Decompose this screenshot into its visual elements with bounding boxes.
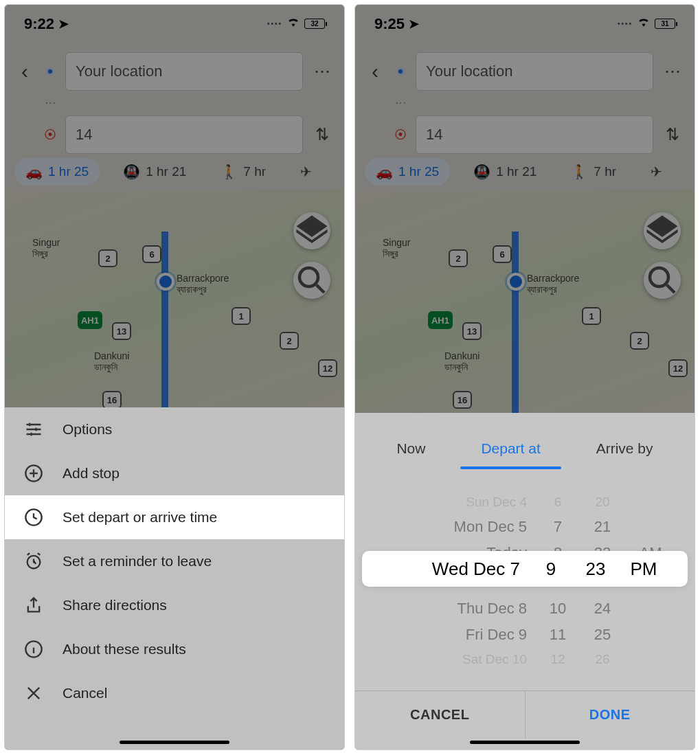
alarm-icon [24,552,43,571]
travel-modes: 🚗 1 hr 25 🚇 1 hr 21 🚶 7 hr ✈ [5,153,344,190]
svg-point-0 [300,268,318,286]
phone-left: 9:22 ➤ •••• 32 ‹ Your location ⋯ ⋮ ⦿ 14 … [4,4,345,750]
share-icon [24,596,43,615]
clock: 9:22 [24,15,54,33]
road-shield: 13 [112,322,131,340]
mode-drive[interactable]: 🚗 1 hr 25 [365,158,450,185]
more-button[interactable]: ⋯ [660,62,685,81]
transit-icon: 🚇 [473,164,490,180]
mode-walk[interactable]: 🚶 7 hr [560,158,627,185]
clock: 9:25 [374,15,405,33]
svg-line-1 [317,285,324,293]
time-tabs: Now Depart at Arrive by [355,427,695,464]
city-label: Barrackpore ব্যারাকপুর [527,273,579,295]
road-shield: 2 [98,249,117,267]
mode-walk[interactable]: 🚶 7 hr [210,158,277,185]
road-shield: 2 [630,332,649,350]
back-button[interactable]: ‹ [365,60,385,83]
wifi-icon [286,15,300,33]
menu-add-stop[interactable]: Add stop [5,451,344,495]
origin-dot-icon [396,67,405,76]
destination-pin-icon: ⦿ [394,128,407,142]
layers-button[interactable] [644,212,681,249]
mode-flight[interactable]: ✈ [640,158,673,185]
svg-line-7 [667,285,675,293]
road-shield: 2 [449,249,468,267]
home-indicator[interactable] [470,741,580,744]
wifi-icon [637,15,651,33]
layers-button[interactable] [293,212,330,249]
city-label: Singur সিঙ্গুর [32,237,60,260]
tab-now[interactable]: Now [383,433,439,464]
svg-point-6 [650,268,668,286]
cell-signal-icon: •••• [267,20,282,27]
road-shield: 1 [582,307,601,325]
plane-icon: ✈ [651,164,662,180]
road-shield: 16 [102,391,122,409]
search-map-button[interactable] [293,262,330,299]
swap-button[interactable]: ⇅ [660,125,685,144]
road-shield: 6 [493,245,512,263]
close-icon [24,684,43,703]
menu-set-depart-arrive[interactable]: Set depart or arrive time [5,495,344,539]
location-arrow-icon: ➤ [58,16,69,32]
road-shield: 6 [142,245,161,263]
road-shield: 16 [453,391,472,409]
city-label: Dankuni ডানকুনি [94,350,129,373]
battery-icon: 32 [304,19,325,29]
road-shield: 2 [280,332,299,350]
menu-about[interactable]: About these results [5,627,344,671]
time-sheet: Now Depart at Arrive by Sun Dec 4 Mon De… [355,413,695,750]
cancel-button[interactable]: CANCEL [355,691,526,739]
highway-shield: AH1 [78,311,102,329]
city-label: Singur সিঙ্গুর [383,237,410,260]
highway-shield: AH1 [428,311,453,329]
road-shield: 13 [462,322,482,340]
search-map-button[interactable] [644,262,681,299]
walk-icon: 🚶 [571,164,588,180]
tab-arrive-by[interactable]: Arrive by [583,433,667,464]
home-indicator[interactable] [120,741,229,744]
done-button[interactable]: DONE [526,691,695,739]
walk-icon: 🚶 [221,164,238,180]
directions-header: ‹ Your location ⋯ ⋮ ⦿ 14 ⇅ [355,43,695,161]
origin-field[interactable]: Your location [416,52,653,91]
picker-selection-bar: Wed Dec 7 9 23 PM [362,551,688,587]
origin-field[interactable]: Your location [65,52,303,91]
mode-transit[interactable]: 🚇 1 hr 21 [112,158,197,185]
mode-drive[interactable]: 🚗 1 hr 25 [14,158,100,185]
status-bar: 9:25 ➤ •••• 31 [355,5,695,43]
battery-icon: 31 [655,19,675,29]
mode-transit[interactable]: 🚇 1 hr 21 [462,158,547,185]
road-shield: 12 [318,359,337,377]
menu-share[interactable]: Share directions [5,583,344,627]
destination-field[interactable]: 14 [65,115,303,154]
swap-button[interactable]: ⇅ [310,125,335,144]
road-shield: 12 [668,359,688,377]
cell-signal-icon: •••• [618,20,633,27]
menu-reminder[interactable]: Set a reminder to leave [5,539,344,583]
plane-icon: ✈ [300,164,312,180]
destination-field[interactable]: 14 [416,115,653,154]
directions-header: ‹ Your location ⋯ ⋮ ⦿ 14 ⇅ [5,43,344,161]
road-shield: 1 [232,307,251,325]
current-location-dot [507,273,525,291]
time-actions: CANCEL DONE [355,690,695,739]
city-label: Dankuni ডানকুনি [444,350,479,373]
car-icon: 🚗 [25,164,43,180]
destination-pin-icon: ⦿ [44,128,56,142]
location-arrow-icon: ➤ [409,16,419,32]
plus-circle-icon [24,464,43,483]
more-button[interactable]: ⋯ [310,62,335,81]
origin-dot-icon [46,67,54,76]
menu-cancel[interactable]: Cancel [5,671,344,715]
car-icon: 🚗 [376,164,393,180]
transit-icon: 🚇 [123,164,140,180]
waypoint-dots-icon: ⋮ [48,98,52,109]
back-button[interactable]: ‹ [14,60,35,83]
tab-depart-at[interactable]: Depart at [467,433,554,464]
mode-flight[interactable]: ✈ [289,158,323,185]
menu-options[interactable]: Options [5,407,344,451]
current-location-dot [157,273,174,291]
phone-right: 9:25 ➤ •••• 31 ‹ Your location ⋯ ⋮ ⦿ 14 … [354,4,695,750]
